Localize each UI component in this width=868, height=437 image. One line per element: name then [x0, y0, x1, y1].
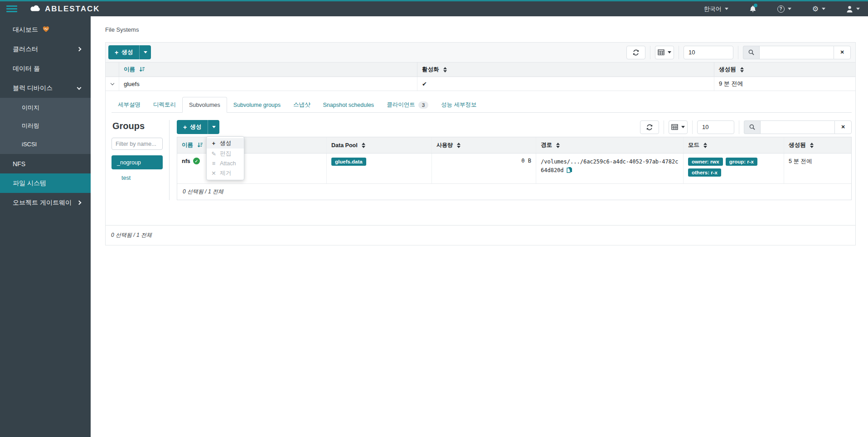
fs-create-split-button: + 생성 — [108, 45, 151, 59]
settings-dropdown[interactable]: ⚙ — [812, 5, 825, 13]
cloud-logo-icon — [29, 4, 42, 14]
tab-subvolume-groups[interactable]: Subvolume groups — [227, 97, 287, 113]
subvol-refresh-button[interactable] — [640, 120, 659, 134]
fs-create-dropdown-toggle[interactable] — [139, 45, 151, 59]
sidebar-item-object-gateway[interactable]: 오브젝트 게이트웨이 — [0, 193, 91, 212]
subvol-search-clear-button[interactable]: ✕ — [834, 120, 852, 134]
sidebar-item-mirroring[interactable]: 미러링 — [0, 117, 91, 135]
app: ABLESTACK 한국어 ? ⚙ — [0, 0, 868, 437]
user-dropdown[interactable] — [846, 5, 860, 13]
chevron-down-icon — [822, 8, 825, 10]
sidebar-item-iscsi[interactable]: iSCSI — [0, 135, 91, 153]
fs-pagesize-input[interactable] — [684, 46, 733, 59]
search-icon — [743, 46, 759, 59]
sidebar-item-cluster[interactable]: 클러스터 — [0, 39, 91, 59]
sidebar-item-pools[interactable]: 데이터 풀 — [0, 59, 91, 78]
sort-icon — [457, 143, 461, 148]
fs-search-clear-button[interactable]: ✕ — [834, 46, 851, 59]
fs-columns-dropdown[interactable] — [655, 46, 674, 59]
subvol-header-usage[interactable]: 사용량 — [432, 137, 536, 153]
list-icon: ≡ — [211, 160, 216, 167]
gear-icon: ⚙ — [812, 5, 819, 13]
fs-table-row[interactable]: gluefs ✔ 9 분 전에 — [106, 77, 855, 91]
group-item-nogroup[interactable]: _nogroup — [112, 155, 163, 169]
fs-created-cell: 9 분 전에 — [714, 77, 855, 91]
language-label: 한국어 — [704, 5, 722, 13]
tab-details[interactable]: 세부설명 — [112, 97, 147, 113]
help-dropdown[interactable]: ? — [777, 5, 791, 13]
subvol-create-button[interactable]: + 생성 — [177, 120, 208, 134]
subvol-create-dropdown-toggle[interactable] — [208, 120, 219, 134]
tab-performance[interactable]: 성능 세부정보 — [435, 97, 483, 113]
tab-directories[interactable]: 디렉토리 — [147, 97, 182, 113]
mode-badge-owner: owner: rwx — [688, 158, 723, 166]
subvol-toolbar: + 생성 + 생성 — [177, 120, 852, 134]
subvol-header-created[interactable]: 생성됨 — [784, 137, 851, 153]
menu-item-edit[interactable]: ✎ 편집 — [207, 149, 244, 159]
divider — [738, 46, 738, 59]
fs-selection-summary: 0 선택됨 / 1 전체 — [106, 226, 855, 245]
plus-icon: + — [211, 140, 216, 147]
menu-item-attach[interactable]: ≡ Attach — [207, 159, 244, 168]
subvol-search-input[interactable] — [760, 120, 834, 134]
fs-name-cell: gluefs — [119, 77, 417, 91]
subvol-header-datapool[interactable]: Data Pool — [327, 137, 432, 153]
question-icon: ? — [777, 5, 785, 13]
copy-icon[interactable] — [567, 167, 572, 174]
group-item-test[interactable]: test — [121, 175, 163, 181]
fs-enabled-cell: ✔ — [417, 77, 714, 91]
subvol-header-mode[interactable]: 모드 — [684, 137, 784, 153]
fs-create-button[interactable]: + 생성 — [108, 45, 139, 59]
divider — [739, 120, 739, 134]
subvol-pagesize-input[interactable] — [697, 120, 734, 134]
chevron-down-icon — [788, 8, 791, 10]
language-dropdown[interactable]: 한국어 — [704, 5, 728, 13]
sidebar-item-images[interactable]: 이미지 — [0, 99, 91, 117]
subvol-columns-dropdown[interactable] — [669, 120, 688, 134]
fs-refresh-button[interactable] — [626, 46, 645, 59]
sort-icon — [443, 67, 447, 72]
x-icon: ✕ — [211, 170, 216, 177]
chevron-down-icon — [856, 8, 860, 10]
notification-dot — [754, 4, 757, 7]
subvol-path-cell: /volumes/.../6ac259c6-a4dc-4052-97ab-478… — [536, 154, 684, 183]
menu-item-create[interactable]: + 생성 — [207, 138, 244, 149]
subvol-name-cell: nfs ✓ — [177, 154, 327, 183]
chevron-right-icon — [77, 201, 82, 205]
subvol-table: 이름 Data Pool — [177, 137, 852, 200]
tab-clients[interactable]: 클라이언트 3 — [380, 97, 435, 113]
chevron-down-icon — [77, 85, 82, 90]
notifications-button[interactable] — [749, 5, 756, 13]
detail-tabs: 세부설명 디렉토리 Subvolumes Subvolume groups 스냅… — [112, 97, 852, 113]
sidebar-item-block-devices[interactable]: 블럭 디바이스 — [0, 78, 91, 98]
brand-name: ABLESTACK — [45, 5, 100, 14]
fs-search-input[interactable] — [759, 46, 834, 59]
chevron-down-icon — [110, 81, 114, 85]
tab-snapshot-schedules[interactable]: Snapshot schedules — [317, 97, 381, 113]
subvol-table-row[interactable]: nfs ✓ gluefs.data 0 B / — [177, 154, 851, 184]
row-expander[interactable] — [106, 77, 119, 91]
menu-item-remove[interactable]: ✕ 제거 — [207, 168, 244, 178]
subvol-header-path[interactable]: 경로 — [536, 137, 684, 153]
groups-panel: Groups _nogroup test — [112, 120, 170, 200]
chevron-right-icon — [77, 47, 82, 52]
subvol-header-name[interactable]: 이름 — [177, 137, 327, 153]
sort-icon — [810, 143, 814, 148]
fs-header-created[interactable]: 생성됨 — [714, 62, 855, 77]
groups-filter-input[interactable] — [112, 138, 163, 150]
tab-subvolumes[interactable]: Subvolumes — [182, 97, 227, 113]
fs-header-enabled[interactable]: 활성화 — [417, 62, 714, 77]
sidebar-item-filesystems[interactable]: 파일 시스템 — [0, 173, 91, 193]
sidebar-item-nfs[interactable]: NFS — [0, 154, 91, 173]
top-navbar: ABLESTACK 한국어 ? ⚙ — [0, 0, 868, 16]
fs-header-name[interactable]: 이름 — [119, 62, 417, 77]
brand-logo[interactable]: ABLESTACK — [29, 4, 100, 14]
sidebar-item-dashboard[interactable]: 대시보드 — [0, 20, 91, 39]
menu-toggle-icon[interactable] — [6, 5, 17, 12]
check-icon: ✔ — [422, 81, 427, 87]
navbar-actions: 한국어 ? ⚙ — [704, 5, 860, 13]
tab-snapshots[interactable]: 스냅샷 — [287, 97, 317, 113]
main-content: File Systems + 생성 — [91, 16, 868, 437]
datapool-badge: gluefs.data — [331, 158, 366, 166]
caret-down-icon — [144, 51, 147, 53]
